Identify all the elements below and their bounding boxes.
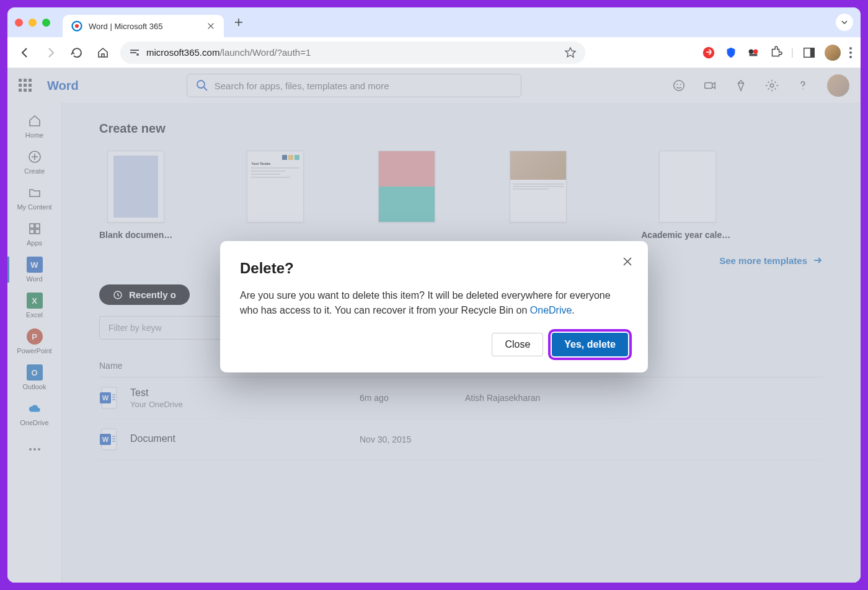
svg-point-1 xyxy=(75,24,79,28)
tab-close-icon[interactable] xyxy=(206,22,215,30)
app-area: Word Search for apps, files, templates a… xyxy=(7,68,861,583)
svg-rect-3 xyxy=(130,52,136,53)
window-close[interactable] xyxy=(15,19,23,27)
dialog-overlay: Delete? Are you sure you want to delete … xyxy=(7,68,861,583)
svg-point-7 xyxy=(753,49,758,53)
dialog-title: Delete? xyxy=(240,260,628,277)
window-minimize[interactable] xyxy=(29,19,37,27)
close-button[interactable]: Close xyxy=(492,333,543,356)
dialog-close-button[interactable] xyxy=(622,256,633,267)
new-tab-button[interactable] xyxy=(234,17,244,27)
extension-icon-1[interactable] xyxy=(746,46,760,59)
dialog-body: Are you sure you want to delete this ite… xyxy=(240,288,628,318)
reload-button[interactable] xyxy=(68,44,86,61)
svg-rect-10 xyxy=(810,48,814,57)
site-info-icon[interactable] xyxy=(129,47,140,58)
tab-title: Word | Microsoft 365 xyxy=(89,22,200,31)
browser-window: Word | Microsoft 365 microsoft365.com/la… xyxy=(7,7,861,583)
profile-avatar[interactable] xyxy=(825,45,841,61)
onedrive-link[interactable]: OneDrive xyxy=(530,305,572,315)
yes-delete-button[interactable]: Yes, delete xyxy=(552,333,628,356)
password-manager-icon[interactable] xyxy=(724,46,738,59)
dialog-actions: Close Yes, delete xyxy=(240,333,628,356)
url-box[interactable]: microsoft365.com/launch/Word/?auth=1 xyxy=(120,42,585,64)
window-maximize[interactable] xyxy=(42,19,50,27)
nav-forward-button[interactable] xyxy=(42,44,60,61)
home-button[interactable] xyxy=(94,44,112,61)
svg-rect-8 xyxy=(749,53,757,56)
delete-dialog: Delete? Are you sure you want to delete … xyxy=(220,241,648,372)
url-text: microsoft365.com/launch/Word/?auth=1 xyxy=(146,47,311,58)
adblock-icon[interactable] xyxy=(702,46,715,59)
window-controls xyxy=(15,19,50,27)
svg-rect-2 xyxy=(130,50,139,51)
browser-tab-bar: Word | Microsoft 365 xyxy=(7,7,861,37)
sidepanel-icon[interactable] xyxy=(802,46,816,59)
extensions-icon[interactable] xyxy=(769,46,782,59)
nav-back-button[interactable] xyxy=(16,44,33,61)
svg-point-6 xyxy=(749,49,753,53)
ms365-favicon xyxy=(71,20,82,32)
close-icon xyxy=(622,256,633,267)
bookmark-star-icon[interactable] xyxy=(564,46,577,59)
address-bar: microsoft365.com/launch/Word/?auth=1 | xyxy=(7,37,861,68)
browser-tab[interactable]: Word | Microsoft 365 xyxy=(63,15,224,37)
svg-point-4 xyxy=(136,53,139,56)
tab-list-button[interactable] xyxy=(836,14,853,31)
browser-menu-button[interactable] xyxy=(849,47,852,58)
